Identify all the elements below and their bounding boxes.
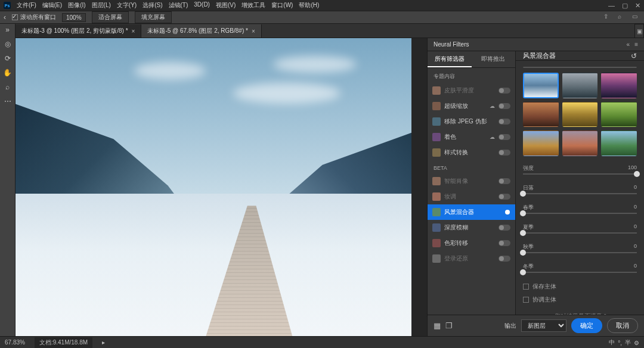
- document-tab[interactable]: 未标题-3 @ 100% (图层 2, 剪切蒙版/8) * ×: [16, 24, 141, 38]
- back-icon[interactable]: ‹: [4, 13, 6, 21]
- menu-plugins[interactable]: 增效工具: [242, 1, 265, 10]
- menu-view[interactable]: 视图(V): [216, 1, 236, 10]
- workspace-icon[interactable]: ▭: [632, 13, 640, 21]
- harmonize-subject-check[interactable]: 协调主体: [516, 293, 644, 306]
- preset-thumb[interactable]: [562, 102, 598, 128]
- toggle[interactable]: [499, 88, 510, 94]
- fit-screen-button[interactable]: 适合屏幕: [92, 11, 129, 23]
- filter-colorize[interactable]: 着色 ☁: [428, 129, 515, 145]
- slider-spring[interactable]: 春季0: [516, 201, 644, 221]
- canvas-viewport[interactable]: [16, 38, 427, 336]
- preset-thumb[interactable]: [601, 73, 637, 98]
- rotate-icon[interactable]: ⟳: [3, 54, 13, 63]
- fill-screen-button[interactable]: 填充屏幕: [135, 11, 172, 23]
- ime-half[interactable]: 半: [625, 338, 631, 347]
- filter-landscape-mixer[interactable]: 风景混合器: [428, 204, 515, 220]
- tab-label: 未标题-5 @ 67.8% (图层 2, RGB/8#) *: [147, 27, 248, 35]
- document-tab[interactable]: 未标题-5 @ 67.8% (图层 2, RGB/8#) * ×: [141, 24, 261, 38]
- output-select[interactable]: 新图层: [521, 319, 566, 332]
- minimize-icon[interactable]: —: [608, 2, 615, 10]
- preview-toggle-icon[interactable]: ▦: [434, 321, 441, 330]
- filter-photo-restoration[interactable]: 登录还原: [428, 251, 515, 266]
- panel-menu-icon[interactable]: ≡: [634, 41, 638, 48]
- cancel-button[interactable]: 取消: [607, 318, 638, 333]
- ime-punct[interactable]: °,: [618, 340, 622, 346]
- settings-title: 风景混合器: [523, 51, 556, 60]
- segment-preset[interactable]: 预设: [524, 67, 580, 68]
- keep-subject-check[interactable]: 保存主体: [516, 280, 644, 293]
- zoom-input[interactable]: 100%: [62, 13, 86, 22]
- preset-thumb[interactable]: [523, 102, 559, 128]
- options-bar: ‹ 滚动所有窗口 100% 适合屏幕 填充屏幕 ⇪ ⌕ ▭: [0, 11, 644, 24]
- more-icon[interactable]: ⋯: [3, 97, 13, 106]
- close-icon[interactable]: ✕: [635, 2, 640, 10]
- tab-wait-list[interactable]: 即将推出: [472, 51, 516, 67]
- tab-all-filters[interactable]: 所有筛选器: [428, 51, 472, 67]
- expand-panels-icon[interactable]: »: [3, 25, 13, 35]
- filter-makeup-transfer[interactable]: 妆调: [428, 189, 515, 204]
- document-info[interactable]: 文档:9.41M/18.8M: [35, 337, 92, 348]
- reset-icon[interactable]: ↺: [631, 52, 637, 60]
- menu-filter[interactable]: 滤镜(T): [169, 1, 188, 10]
- ok-button[interactable]: 确定: [571, 318, 602, 333]
- panel-collapse-icon[interactable]: «: [627, 41, 630, 48]
- zoom-level[interactable]: 67.83%: [5, 339, 25, 346]
- collapsed-panel-icon[interactable]: ▣: [634, 24, 644, 38]
- menu-image[interactable]: 图像(I): [68, 1, 85, 10]
- slider-strength[interactable]: 强度100: [516, 162, 644, 182]
- toggle[interactable]: [499, 134, 510, 140]
- preset-thumb[interactable]: [601, 102, 637, 128]
- menu-file[interactable]: 文件(F): [17, 1, 36, 10]
- target-icon[interactable]: ◎: [3, 39, 13, 49]
- section-featured-label: 专题内容: [428, 68, 515, 83]
- slider-sunset[interactable]: 日落0: [516, 182, 644, 201]
- toggle[interactable]: [499, 256, 510, 262]
- share-icon[interactable]: ⇪: [603, 13, 612, 21]
- tab-close-icon[interactable]: ×: [252, 28, 255, 35]
- menu-window[interactable]: 窗口(W): [271, 1, 293, 10]
- slider-summer[interactable]: 夏季0: [516, 221, 644, 241]
- menu-type[interactable]: 文字(Y): [117, 1, 137, 10]
- preset-thumb[interactable]: [601, 130, 637, 156]
- filter-smart-portrait[interactable]: 智能肖像: [428, 173, 515, 189]
- toggle[interactable]: [499, 225, 510, 231]
- filter-color-transfer[interactable]: 色彩转移: [428, 235, 515, 251]
- preset-thumb[interactable]: [562, 73, 598, 98]
- menu-select[interactable]: 选择(S): [143, 1, 162, 10]
- preset-thumb[interactable]: [562, 130, 598, 156]
- slider-winter[interactable]: 冬季0: [516, 260, 644, 280]
- toggle[interactable]: [499, 119, 510, 125]
- filter-remove-jpeg[interactable]: 移除 JPEG 伪影: [428, 114, 515, 129]
- toggle[interactable]: [499, 209, 510, 215]
- menu-help[interactable]: 帮助(H): [299, 1, 319, 10]
- ime-settings-icon[interactable]: ⚙: [634, 340, 639, 346]
- zoom-tool-icon[interactable]: ⌕: [3, 82, 13, 92]
- toggle[interactable]: [499, 240, 510, 246]
- segment-custom[interactable]: 自定义: [580, 67, 637, 68]
- hand-tool-icon[interactable]: ✋: [3, 68, 13, 77]
- toggle[interactable]: [499, 178, 510, 184]
- toggle[interactable]: [499, 150, 510, 156]
- preset-thumb[interactable]: [523, 73, 559, 98]
- filter-super-zoom[interactable]: 超级缩放 ☁: [428, 98, 515, 114]
- toggle[interactable]: [499, 194, 510, 200]
- preset-thumb[interactable]: [523, 130, 559, 156]
- maximize-icon[interactable]: ▢: [622, 2, 628, 10]
- chevron-right-icon[interactable]: ▸: [102, 339, 105, 346]
- ime-lang[interactable]: 中: [609, 338, 615, 347]
- filter-skin-smoothing[interactable]: 皮肤平滑度: [428, 83, 515, 98]
- filter-depth-blur[interactable]: 深度模糊: [428, 220, 515, 235]
- menu-layer[interactable]: 图层(L): [92, 1, 111, 10]
- scroll-all-check[interactable]: 滚动所有窗口: [12, 13, 56, 21]
- filter-style-transfer[interactable]: 样式转换: [428, 145, 515, 160]
- preset-custom-segment: 预设 自定义: [523, 67, 637, 68]
- tab-close-icon[interactable]: ×: [132, 28, 135, 35]
- toggle[interactable]: [499, 103, 510, 109]
- panel-footer: ▦ ❐ 输出 新图层 确定 取消: [428, 315, 644, 336]
- app-icon: Ps: [4, 2, 11, 9]
- menu-3d[interactable]: 3D(D): [194, 1, 210, 10]
- layers-icon[interactable]: ❐: [445, 321, 453, 330]
- search-icon[interactable]: ⌕: [618, 13, 626, 21]
- slider-autumn[interactable]: 秋季0: [516, 241, 644, 260]
- menu-edit[interactable]: 编辑(E): [42, 1, 62, 10]
